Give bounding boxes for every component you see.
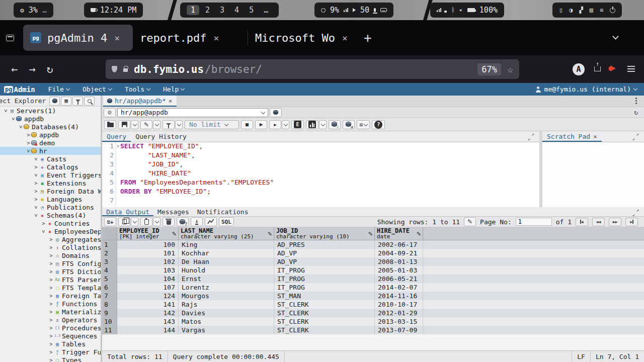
chevron-right-icon[interactable]: >: [48, 285, 54, 291]
edit-range-button[interactable]: ✎: [464, 217, 476, 226]
delete-row-button[interactable]: [163, 217, 175, 226]
cpu-indicator[interactable]: ⚙ 3% …: [14, 3, 53, 18]
cell-employee-id[interactable]: 102: [117, 257, 179, 266]
chevron-right-icon[interactable]: >: [33, 180, 39, 186]
tree-item-demo[interactable]: >demo: [0, 139, 101, 147]
cell-employee-id[interactable]: 141: [117, 300, 179, 309]
cell-job-id[interactable]: AD_PRES: [274, 240, 375, 249]
row-number-header[interactable]: [102, 227, 117, 240]
share-icon[interactable]: [594, 66, 601, 71]
add-row-button[interactable]: ≡+: [104, 217, 116, 226]
cell-hire-date[interactable]: 2014-02-07: [375, 283, 423, 292]
tree-item-fts-templates[interactable]: >▢FTS Templates: [0, 284, 101, 292]
tree-item-functions[interactable]: >ƒFunctions: [0, 300, 101, 308]
chevron-right-icon[interactable]: >: [48, 261, 54, 266]
tree-item-sequences[interactable]: >1.3Sequences: [0, 332, 101, 340]
workspace-1[interactable]: 1: [187, 5, 199, 15]
chevron-down-icon[interactable]: >: [33, 156, 39, 162]
tree-item-extensions[interactable]: >◼Extensions: [0, 179, 101, 187]
row-number[interactable]: 6: [102, 283, 117, 292]
expand-panel-icon[interactable]: [632, 133, 639, 140]
clock-widget[interactable]: 12:24 PM: [84, 3, 143, 18]
tree-item-casts[interactable]: >◉Casts: [0, 155, 101, 163]
cell-employee-id[interactable]: 101: [117, 249, 179, 257]
cell-last-name[interactable]: De Haan: [179, 257, 274, 266]
chevron-right-icon[interactable]: >: [48, 277, 54, 283]
close-icon[interactable]: ×: [169, 97, 173, 105]
column-header-employee-id[interactable]: EMPLOYEE_ID[PK] integer✎: [117, 227, 179, 240]
close-tab-icon[interactable]: ×: [212, 33, 220, 43]
tree-item-hr[interactable]: >hr: [0, 147, 101, 155]
cell-employee-id[interactable]: 104: [117, 275, 179, 283]
fold-chevron-icon[interactable]: >: [115, 145, 120, 147]
tree-item-servers-1[interactable]: >▤Servers(1): [0, 107, 101, 115]
row-number[interactable]: 4: [102, 266, 117, 275]
copy-button[interactable]: [118, 217, 130, 226]
column-header-hire-date[interactable]: HIRE_DATEdate✎: [375, 227, 423, 240]
chevron-right-icon[interactable]: >: [48, 245, 54, 250]
firefox-view-icon[interactable]: [6, 35, 14, 41]
cell-hire-date[interactable]: 2006-05-21: [375, 275, 423, 283]
expand-panel-icon[interactable]: [528, 133, 534, 140]
cell-hire-date[interactable]: 2010-10-17: [375, 300, 423, 309]
cell-last-name[interactable]: King: [179, 240, 274, 249]
chevron-right-icon[interactable]: >: [48, 301, 54, 307]
tree-item-databases-4[interactable]: >Databases(4): [0, 123, 101, 131]
edit-button[interactable]: ✎: [140, 120, 152, 129]
explain-button[interactable]: E: [291, 120, 304, 129]
cell-last-name[interactable]: Hunold: [179, 266, 274, 275]
tree-item-trigger-functions[interactable]: >ƒTrigger Functions: [0, 348, 101, 356]
chevron-right-icon[interactable]: >: [48, 317, 54, 323]
commit-button[interactable]: ✓: [329, 120, 341, 129]
tree-item-fts-configurations[interactable]: >▤FTS Configurations: [0, 259, 101, 267]
tab-query-history[interactable]: Query History: [131, 131, 191, 142]
cell-employee-id[interactable]: 143: [117, 317, 179, 326]
cell-hire-date[interactable]: 2014-11-16: [375, 292, 423, 300]
workspace-5[interactable]: 5: [245, 5, 258, 15]
tree-item-types[interactable]: >▢Types: [0, 356, 101, 362]
list-all-tabs-icon[interactable]: [612, 33, 619, 40]
last-page-button[interactable]: ▶: [625, 218, 638, 226]
menu-tools[interactable]: Tools: [125, 85, 150, 93]
cell-employee-id[interactable]: 100: [117, 240, 179, 249]
cell-last-name[interactable]: Matos: [179, 317, 274, 326]
search-button[interactable]: [84, 97, 95, 106]
forward-button[interactable]: →: [29, 63, 35, 75]
cell-hire-date[interactable]: 2013-07-09: [375, 326, 423, 334]
cell-hire-date[interactable]: 2002-06-17: [375, 240, 423, 249]
applet-pill[interactable]: ▯ ◑ ▞ ▤ ≡: [552, 3, 622, 18]
browser-tab-report[interactable]: report.pdf ×: [133, 25, 248, 51]
sql-editor[interactable]: 1>234567 SELECT "EMPLOYEE_ID", "LAST_NAM…: [102, 142, 539, 207]
execute-options-button[interactable]: [282, 120, 289, 129]
tree-item-appdb[interactable]: >appdb: [0, 131, 101, 139]
cell-hire-date[interactable]: 2013-03-15: [375, 317, 423, 326]
chevron-right-icon[interactable]: >: [33, 197, 39, 202]
edit-column-icon[interactable]: ✎: [172, 231, 177, 237]
first-page-button[interactable]: ◀: [576, 218, 588, 226]
tab-data-output[interactable]: Data Output: [102, 207, 153, 216]
new-tab-button[interactable]: +: [364, 30, 372, 45]
close-tab-icon[interactable]: ×: [113, 33, 121, 43]
paste-button[interactable]: [140, 217, 152, 226]
chevron-right-icon[interactable]: >: [48, 349, 54, 355]
cell-hire-date[interactable]: 2005-01-03: [375, 266, 423, 275]
chevron-right-icon[interactable]: >: [48, 333, 54, 339]
tree-item-languages[interactable]: >●Languages: [0, 195, 101, 203]
kebab-menu-icon[interactable]: [635, 100, 637, 102]
connection-select[interactable]: hr/app@appdb: [117, 108, 268, 117]
cell-job-id[interactable]: IT_PROG: [274, 275, 375, 283]
chevron-right-icon[interactable]: >: [48, 309, 54, 315]
cell-last-name[interactable]: Lorentz: [179, 283, 274, 292]
edit-column-icon[interactable]: ✎: [268, 231, 272, 237]
cell-hire-date[interactable]: 2008-01-13: [375, 257, 423, 266]
cell-last-name[interactable]: Kochhar: [179, 249, 274, 257]
tree-item-publications[interactable]: >◔Publications: [0, 203, 101, 211]
address-bar[interactable]: db.fymio.us /browser/ 67% ☆: [106, 59, 519, 79]
query-tool-tab[interactable]: hr/app@appdb* ×: [103, 96, 177, 107]
row-number[interactable]: 8: [102, 300, 117, 309]
save-data-button[interactable]: ?: [177, 217, 189, 226]
cell-hire-date[interactable]: 2004-09-21: [375, 249, 423, 257]
chevron-down-icon[interactable]: >: [26, 148, 31, 154]
page-no-input[interactable]: [516, 218, 552, 226]
cell-employee-id[interactable]: 142: [117, 309, 179, 317]
